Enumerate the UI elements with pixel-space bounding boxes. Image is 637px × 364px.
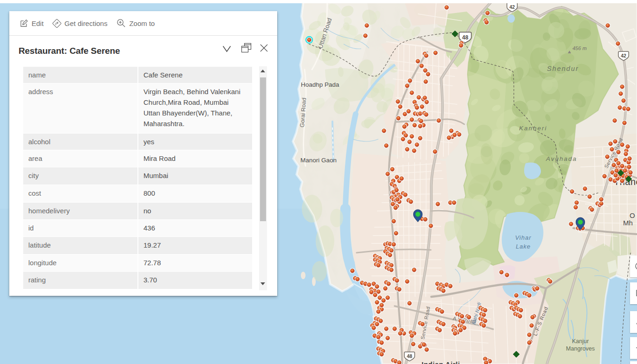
svg-text:Manori Gaon: Manori Gaon [300,157,337,164]
svg-text:O: O [630,211,635,219]
svg-text:Avghada: Avghada [546,155,577,162]
svg-text:Kanjur: Kanjur [572,338,589,345]
svg-text:Vihar: Vihar [515,234,531,241]
svg-text:456 m: 456 m [572,45,587,51]
svg-text:Kanheri: Kanheri [519,125,547,132]
svg-text:48: 48 [462,34,468,41]
svg-text:42: 42 [621,53,626,58]
svg-text:Indian Airli: Indian Airli [422,360,460,364]
svg-text:Shendur: Shendur [547,65,579,72]
svg-text:Lake: Lake [516,243,531,250]
svg-text:42: 42 [509,4,515,10]
svg-text:Hoadhp Pada: Hoadhp Pada [301,81,339,88]
svg-text:48: 48 [407,353,412,359]
svg-text:Mh: Mh [623,219,633,227]
svg-text:Mangroves: Mangroves [566,345,595,352]
